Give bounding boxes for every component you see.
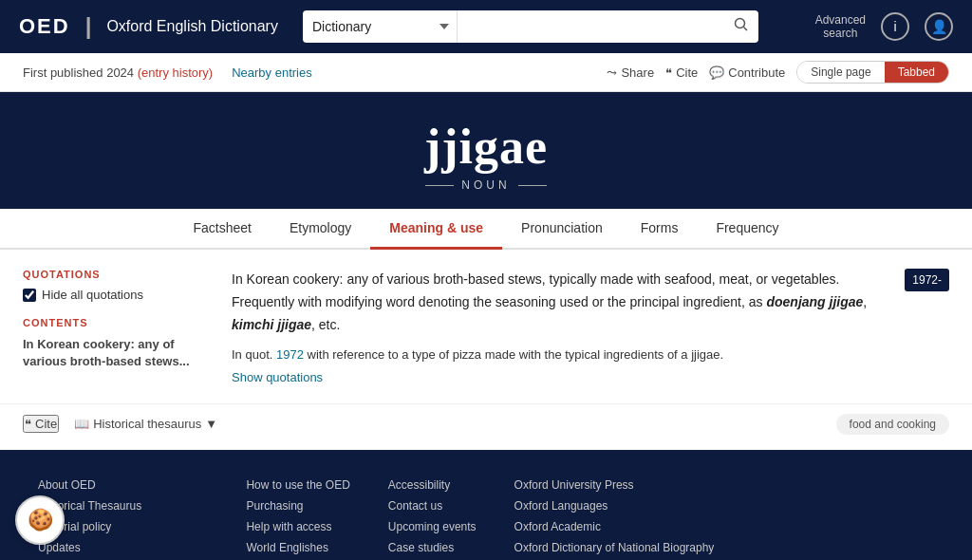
entry-word: jjigae [19,119,953,175]
food-tag: food and cooking [836,414,949,435]
contribute-button[interactable]: 💬 Contribute [709,65,785,80]
entry-tabs: Factsheet Etymology Meaning & use Pronun… [0,209,972,250]
logo-full-name: Oxford English Dictionary [106,18,278,35]
quote-icon: ❝ [665,65,672,80]
site-footer: About OED Historical Thesaurus Editorial… [0,450,972,560]
view-toggle: Single page Tabbed [796,61,949,84]
footer-col-3: Accessibility Contact us Upcoming events… [388,478,477,560]
header-right: Advanced search i 👤 [815,12,953,41]
footer-oxford-academic[interactable]: Oxford Academic [514,520,715,533]
logo-oed: OED [19,14,70,39]
quotation-ref: In quot. 1972 with reference to a type o… [232,345,949,364]
site-header: OED | Oxford English Dictionary Dictiona… [0,0,972,53]
cookie-banner-button[interactable]: 🍪 [15,495,65,545]
footer-updates[interactable]: Updates [38,541,208,554]
year-badge: 1972- [905,269,949,291]
footer-historical-thesaurus[interactable]: Historical Thesaurus [38,499,208,513]
footer-about-oed[interactable]: About OED [38,478,208,492]
footer-how-to-use[interactable]: How to use the OED [246,478,349,492]
search-button[interactable] [724,17,758,36]
svg-line-1 [743,28,747,31]
contents-item: In Korean cookery: any of various broth-… [23,336,213,370]
footer-case-studies[interactable]: Case studies [388,541,477,554]
sidebar-panel: QUOTATIONS Hide all quotations CONTENTS … [23,269,213,384]
footer-oxford-university-press[interactable]: Oxford University Press [514,478,715,492]
subheader-actions: ⤳ Share ❝ Cite 💬 Contribute Single page … [607,61,949,84]
footer-oxford-dict-national-bio[interactable]: Oxford Dictionary of National Biography [514,541,715,554]
footer-world-englishes[interactable]: World Englishes [246,541,349,554]
footer-purchasing[interactable]: Purchasing [246,499,349,513]
hide-quotations-checkbox[interactable] [23,289,36,302]
tab-meaning-use[interactable]: Meaning & use [370,209,502,250]
entry-header: jjigae NOUN [0,92,972,209]
definition-text: 1972- In Korean cookery: any of various … [232,269,949,336]
footer-help-access[interactable]: Help with access [246,520,349,533]
logo-divider: | [85,13,92,40]
thesaurus-book-icon: 📖 [74,417,89,431]
cite-quote-icon: ❝ [25,417,31,431]
advanced-search-link[interactable]: Advanced search [815,13,866,41]
hide-quotations-toggle[interactable]: Hide all quotations [23,288,213,302]
tab-etymology[interactable]: Etymology [271,209,370,250]
published-info: First published 2024 (entry history) [23,65,213,80]
entry-history-link[interactable]: (entry history) [138,65,213,80]
footer-links: About OED Historical Thesaurus Editorial… [38,478,934,560]
tab-factsheet[interactable]: Factsheet [174,209,270,250]
contents-section-title: CONTENTS [23,317,213,328]
quot-year-link[interactable]: 1972 [276,347,304,362]
cite-button[interactable]: ❝ Cite [665,65,698,80]
tab-pronunciation[interactable]: Pronunciation [502,209,622,250]
show-quotations-link[interactable]: Show quotations [232,370,323,384]
share-icon: ⤳ [607,65,617,80]
search-input[interactable] [458,11,724,42]
cookie-icon: 🍪 [28,508,53,532]
quotations-section-title: QUOTATIONS [23,269,213,280]
info-icon-button[interactable]: i [881,12,909,41]
share-button[interactable]: ⤳ Share [607,65,654,80]
tabbed-button[interactable]: Tabbed [885,62,948,83]
site-logo: OED | Oxford English Dictionary [19,13,278,40]
search-type-select[interactable]: Dictionary Historical Thesaurus Full tex… [303,10,457,43]
tab-frequency[interactable]: Frequency [697,209,797,250]
tab-forms[interactable]: Forms [622,209,698,250]
footer-col-4: Oxford University Press Oxford Languages… [514,478,715,560]
chat-icon: 💬 [709,65,724,80]
sub-header: First published 2024 (entry history) Nea… [0,53,972,92]
search-area: Dictionary Historical Thesaurus Full tex… [303,10,758,43]
footer-contact-us[interactable]: Contact us [388,499,477,513]
info-icon: i [893,19,896,34]
svg-point-0 [735,19,744,28]
definition-panel: 1972- In Korean cookery: any of various … [232,269,949,384]
single-page-button[interactable]: Single page [797,62,884,83]
main-content: QUOTATIONS Hide all quotations CONTENTS … [0,250,972,403]
nearby-entries-link[interactable]: Nearby entries [232,65,312,80]
footer-col-2: How to use the OED Purchasing Help with … [246,478,349,560]
user-icon-button[interactable]: 👤 [925,12,953,41]
footer-oxford-languages[interactable]: Oxford Languages [514,499,715,513]
footer-cite-button[interactable]: ❝ Cite [23,415,59,433]
entry-pos: NOUN [19,178,953,192]
user-icon: 👤 [931,19,947,34]
footer-accessibility[interactable]: Accessibility [388,478,477,492]
entry-footer-actions: ❝ Cite 📖 Historical thesaurus ▼ food and… [0,403,972,450]
historical-thesaurus-button[interactable]: 📖 Historical thesaurus ▼ [74,417,217,431]
footer-upcoming-events[interactable]: Upcoming events [388,520,477,533]
search-input-wrap [457,10,758,43]
